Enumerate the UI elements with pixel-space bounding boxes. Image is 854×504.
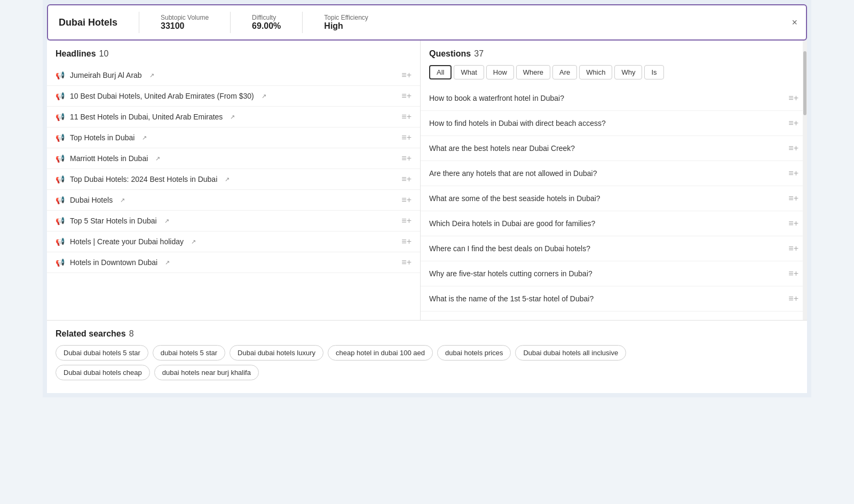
add-to-list-icon[interactable]: ≡+ (401, 70, 412, 80)
filter-tab-how[interactable]: How (486, 65, 514, 79)
scrollbar-thumb[interactable] (803, 51, 806, 115)
question-item[interactable]: What are some of the best seaside hotels… (421, 186, 807, 211)
add-to-list-icon[interactable]: ≡+ (401, 174, 412, 184)
headlines-list: 📢 Jumeirah Burj Al Arab ↗ ≡+ 📢 10 Best D… (47, 65, 420, 273)
add-to-list-icon[interactable]: ≡+ (401, 237, 412, 246)
add-to-list-icon[interactable]: ≡+ (401, 258, 412, 267)
add-question-icon[interactable]: ≡+ (788, 118, 798, 128)
question-text: Where can I find the best deals on Dubai… (429, 244, 590, 253)
divider-3 (302, 12, 303, 33)
megaphone-icon: 📢 (56, 113, 65, 121)
add-question-icon[interactable]: ≡+ (788, 269, 798, 278)
headline-left: 📢 Marriott Hotels in Dubai ↗ (56, 154, 160, 163)
efficiency-label: Topic Efficiency (324, 14, 368, 21)
headline-item[interactable]: 📢 11 Best Hotels in Dubai, United Arab E… (47, 107, 420, 127)
megaphone-icon: 📢 (56, 175, 65, 183)
tags-row-1: Dubai dubai hotels 5 stardubai hotels 5 … (56, 345, 798, 361)
filter-tab-why[interactable]: Why (614, 65, 642, 79)
headline-item[interactable]: 📢 10 Best Dubai Hotels, United Arab Emir… (47, 86, 420, 107)
headline-item[interactable]: 📢 Jumeirah Burj Al Arab ↗ ≡+ (47, 65, 420, 86)
filter-tab-which[interactable]: Which (579, 65, 612, 79)
filter-tabs: AllWhatHowWhereAreWhichWhyIs (421, 65, 807, 86)
external-link-icon[interactable]: ↗ (164, 218, 169, 225)
headline-text: Marriott Hotels in Dubai (70, 154, 148, 163)
external-link-icon[interactable]: ↗ (225, 176, 230, 183)
related-tag[interactable]: dubai hotels 5 star (153, 345, 225, 361)
related-searches-title: Related searches 8 (56, 329, 798, 339)
subtopic-volume-stat: Subtopic Volume 33100 (161, 14, 209, 31)
add-to-list-icon[interactable]: ≡+ (401, 195, 412, 205)
external-link-icon[interactable]: ↗ (155, 155, 160, 162)
question-item[interactable]: Why are five-star hotels cutting corners… (421, 261, 807, 286)
scrollbar-track (803, 41, 807, 320)
related-tag[interactable]: Dubai dubai hotels cheap (56, 365, 150, 380)
add-question-icon[interactable]: ≡+ (788, 294, 798, 303)
external-link-icon[interactable]: ↗ (191, 238, 196, 245)
headline-text: Top 5 Star Hotels in Dubai (70, 217, 157, 225)
add-question-icon[interactable]: ≡+ (788, 143, 798, 153)
filter-tab-all[interactable]: All (429, 65, 452, 79)
filter-tab-what[interactable]: What (454, 65, 484, 79)
question-item[interactable]: Are there any hotels that are not allowe… (421, 161, 807, 186)
question-item[interactable]: What is the name of the 1st 5-star hotel… (421, 286, 807, 311)
divider-1 (139, 12, 139, 33)
efficiency-value: High (324, 21, 368, 31)
question-item[interactable]: Which Deira hotels in Dubai are good for… (421, 211, 807, 236)
question-item[interactable]: Where can I find the best deals on Dubai… (421, 236, 807, 261)
questions-title: Questions 37 (421, 49, 807, 65)
close-button[interactable]: × (792, 17, 797, 28)
add-to-list-icon[interactable]: ≡+ (401, 91, 412, 101)
add-question-icon[interactable]: ≡+ (788, 244, 798, 253)
headlines-count: 10 (99, 49, 109, 59)
external-link-icon[interactable]: ↗ (142, 134, 147, 141)
question-item[interactable]: What are the best hotels near Dubai Cree… (421, 136, 807, 161)
filter-tab-is[interactable]: Is (644, 65, 663, 79)
headline-item[interactable]: 📢 Top 5 Star Hotels in Dubai ↗ ≡+ (47, 211, 420, 231)
questions-panel: Questions 37 AllWhatHowWhereAreWhichWhyI… (421, 41, 807, 320)
add-to-list-icon[interactable]: ≡+ (401, 133, 412, 142)
headline-item[interactable]: 📢 Marriott Hotels in Dubai ↗ ≡+ (47, 148, 420, 169)
headline-text: Hotels in Downtown Dubai (70, 258, 157, 267)
question-text: What is the name of the 1st 5-star hotel… (429, 294, 594, 303)
add-question-icon[interactable]: ≡+ (788, 194, 798, 203)
add-question-icon[interactable]: ≡+ (788, 219, 798, 228)
headline-item[interactable]: 📢 Dubai Hotels ↗ ≡+ (47, 190, 420, 211)
header-card: Dubai Hotels Subtopic Volume 33100 Diffi… (47, 4, 807, 41)
related-tag[interactable]: dubai hotels near burj khalifa (154, 365, 259, 380)
header-topic: Dubai Hotels (59, 17, 117, 28)
related-tag[interactable]: Dubai dubai hotels all inclusive (515, 345, 626, 361)
question-item[interactable]: How to book a waterfront hotel in Dubai?… (421, 86, 807, 111)
headline-item[interactable]: 📢 Hotels in Downtown Dubai ↗ ≡+ (47, 252, 420, 273)
related-tag[interactable]: dubai hotels prices (437, 345, 511, 361)
megaphone-icon: 📢 (56, 196, 65, 204)
megaphone-icon: 📢 (56, 237, 65, 246)
headline-item[interactable]: 📢 Hotels | Create your Dubai holiday ↗ ≡… (47, 231, 420, 252)
headline-item[interactable]: 📢 Top Dubai Hotels: 2024 Best Hotels in … (47, 169, 420, 190)
headline-left: 📢 Top 5 Star Hotels in Dubai ↗ (56, 217, 169, 225)
external-link-icon[interactable]: ↗ (149, 72, 154, 79)
filter-tab-are[interactable]: Are (552, 65, 577, 79)
add-to-list-icon[interactable]: ≡+ (401, 154, 412, 163)
headline-item[interactable]: 📢 Top Hotels in Dubai ↗ ≡+ (47, 127, 420, 148)
headline-left: 📢 Jumeirah Burj Al Arab ↗ (56, 71, 154, 79)
external-link-icon[interactable]: ↗ (165, 259, 170, 266)
question-item[interactable]: How to find hotels in Dubai with direct … (421, 111, 807, 136)
related-tag[interactable]: cheap hotel in dubai 100 aed (328, 345, 433, 361)
headline-text: Hotels | Create your Dubai holiday (70, 237, 184, 246)
megaphone-icon: 📢 (56, 71, 65, 79)
add-to-list-icon[interactable]: ≡+ (401, 112, 412, 122)
add-question-icon[interactable]: ≡+ (788, 93, 798, 103)
add-question-icon[interactable]: ≡+ (788, 169, 798, 178)
question-text: What are the best hotels near Dubai Cree… (429, 144, 575, 153)
filter-tab-where[interactable]: Where (516, 65, 550, 79)
question-text: Why are five-star hotels cutting corners… (429, 269, 592, 278)
related-searches-section: Related searches 8 Dubai dubai hotels 5 … (47, 320, 807, 393)
external-link-icon[interactable]: ↗ (230, 114, 235, 121)
difficulty-stat: Difficulty 69.00% (252, 14, 281, 31)
external-link-icon[interactable]: ↗ (262, 93, 266, 100)
difficulty-value: 69.00% (252, 21, 281, 31)
external-link-icon[interactable]: ↗ (120, 197, 125, 204)
add-to-list-icon[interactable]: ≡+ (401, 216, 412, 226)
related-tag[interactable]: Dubai dubai hotels luxury (230, 345, 323, 361)
related-tag[interactable]: Dubai dubai hotels 5 star (56, 345, 148, 361)
